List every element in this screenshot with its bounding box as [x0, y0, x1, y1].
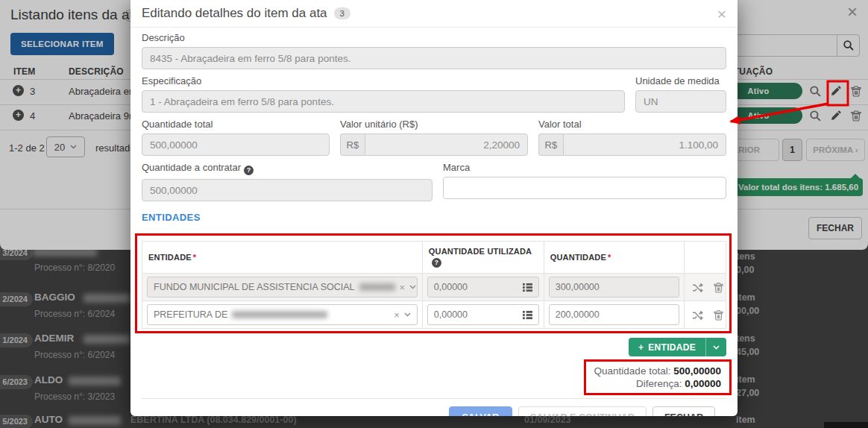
quantidade-input[interactable]: 300,00000	[549, 277, 679, 298]
clear-selection-icon[interactable]: ×	[395, 282, 410, 293]
entidade-select[interactable]: FUNDO MUNICIPAL DE ASSISTENCIA SOCIAL ×	[147, 277, 418, 298]
clear-selection-icon[interactable]: ×	[389, 309, 404, 321]
supplier-company: EBERTINA LTDA (08.034.829/0001-00)	[130, 415, 297, 425]
especificacao-input[interactable]	[142, 90, 625, 113]
select-item-button[interactable]: SELECIONAR ITEM	[10, 33, 114, 55]
modal-close-button[interactable]: FECHAR	[652, 406, 715, 416]
redacted-text	[84, 294, 130, 303]
redacted-text	[232, 311, 327, 318]
ata-number-badge: 1/2024	[0, 333, 33, 347]
entidade-name: PREFEITURA DE	[154, 309, 227, 320]
quantidade-utilizada-field[interactable]: 0,00000	[427, 304, 539, 325]
save-button[interactable]: SALVAR	[449, 406, 513, 416]
quantidade-total-label: Quantidade total	[142, 119, 330, 130]
transfer-shuffle-icon[interactable]	[692, 282, 704, 294]
add-entidade-button[interactable]: + ENTIDADE	[629, 338, 705, 356]
view-icon[interactable]	[809, 110, 822, 122]
entidades-heading: ENTIDADES	[142, 212, 726, 223]
unidade-input[interactable]	[635, 90, 726, 113]
modal-header: Editando detalhes do item da ata 3 ×	[130, 0, 738, 28]
modal-footer: SALVAR SALVAR E CONTINUAR FECHAR	[142, 398, 726, 416]
close-icon[interactable]: ×	[717, 6, 726, 22]
transfer-shuffle-icon[interactable]	[692, 309, 704, 321]
quantidade-input[interactable]: 200,00000	[549, 304, 679, 325]
ata-date: 01/09/2023	[524, 415, 571, 425]
entidade-column-header: ENTIDADE*	[142, 242, 423, 274]
delete-trash-icon[interactable]	[713, 309, 725, 321]
fragment-value: 0,00	[736, 265, 754, 275]
marca-input[interactable]	[443, 177, 726, 199]
redacted-text	[359, 283, 395, 291]
current-page-button[interactable]: 1	[782, 139, 802, 161]
delete-trash-icon[interactable]	[850, 85, 863, 98]
descricao-input[interactable]	[142, 47, 726, 69]
column-header-item: ITEM	[13, 66, 35, 77]
items-total-badge: Valor total dos itens: 1.685,60	[734, 178, 863, 196]
ata-number-badge: 6/2023	[0, 375, 33, 389]
quantidade-value: 300,00000	[556, 282, 600, 292]
save-continue-button[interactable]: SALVAR E CONTINUAR	[518, 406, 647, 416]
processo-label: Processo n°: 8/2020	[34, 262, 115, 273]
redacted-text	[69, 377, 121, 385]
supplier-name: ALDO	[34, 374, 63, 385]
fragment-value: 27,00	[736, 388, 759, 398]
quantidade-utilizada-field[interactable]: 0,00000	[427, 277, 539, 298]
processo-label: Processo n°: 3/2023	[34, 391, 115, 402]
valor-unitario-input[interactable]	[365, 133, 528, 156]
diferenca-value: 0,00000	[685, 378, 721, 389]
quantidade-column-header: QUANTIDADE*	[544, 242, 684, 274]
delete-trash-icon[interactable]	[850, 110, 863, 122]
marca-label: Marca	[443, 162, 726, 173]
fragment-value: 45,00	[736, 347, 759, 357]
quantidade-total-input[interactable]	[142, 133, 330, 156]
diferenca-label: Diferença:	[636, 378, 682, 389]
entidade-row: PREFEITURA DE × 0,00000	[142, 301, 726, 329]
detail-grid-icon[interactable]	[523, 310, 532, 320]
help-icon[interactable]: ?	[432, 258, 441, 268]
redacted-text	[84, 335, 130, 344]
edit-item-modal: Editando detalhes do item da ata 3 × Des…	[130, 0, 738, 416]
processo-label: Processo n°: 6/2024	[34, 309, 115, 319]
add-entidade-dropdown-caret[interactable]	[705, 338, 726, 356]
valor-total-input[interactable]	[563, 133, 726, 156]
page-size-select[interactable]: 20	[46, 136, 85, 157]
next-page-button[interactable]: PRÓXIMA ›	[806, 139, 865, 161]
descricao-label: Descrição	[142, 32, 726, 43]
utilizada-value: 0,00000	[434, 282, 468, 292]
chevron-down-icon	[70, 145, 77, 149]
fragment-text: tens	[736, 333, 755, 344]
fragment-text: item	[736, 374, 755, 385]
redacted-text	[69, 416, 121, 425]
especificacao-label: Especificação	[142, 75, 625, 86]
currency-addon: R$	[538, 133, 563, 156]
supplier-name: AUTO	[34, 414, 63, 425]
valor-unitario-label: Valor unitário (R$)	[340, 119, 528, 130]
expand-row-icon[interactable]: +	[13, 110, 24, 121]
edit-pencil-icon[interactable]	[830, 110, 843, 122]
card-close-button[interactable]: FECHAR	[808, 217, 862, 239]
edit-pencil-icon[interactable]	[830, 85, 843, 98]
delete-trash-icon[interactable]	[713, 282, 725, 294]
supplier-name: ADEMIR	[34, 333, 74, 344]
total-value: 500,00000	[673, 365, 721, 377]
expand-row-icon[interactable]: +	[13, 85, 24, 96]
entidade-name: FUNDO MUNICIPAL DE ASSISTENCIA SOCIAL	[154, 282, 355, 292]
processo-label: Processo n°: 6/2024	[34, 350, 115, 360]
detail-grid-icon[interactable]	[523, 283, 532, 292]
utilizada-value: 0,00000	[434, 309, 468, 320]
quantidade-contratar-input[interactable]	[142, 179, 433, 201]
search-icon	[843, 40, 855, 51]
modal-body: Descrição Especificação Unidade de medid…	[130, 28, 738, 416]
item-number: 4	[30, 110, 35, 122]
page-size-value: 20	[54, 142, 65, 153]
search-button[interactable]	[837, 34, 860, 57]
scrollbar-fragment	[824, 422, 868, 428]
close-icon[interactable]: ×	[847, 1, 858, 22]
quantidade-contratar-label: Quantidade a contratar?	[142, 162, 433, 175]
ata-number-badge: 5/2023	[0, 415, 33, 428]
fragment-value: 00,00	[736, 306, 759, 316]
entidade-select[interactable]: PREFEITURA DE ×	[147, 304, 418, 325]
help-icon[interactable]: ?	[244, 166, 254, 175]
item-number: 3	[30, 86, 35, 97]
view-icon[interactable]	[809, 85, 822, 98]
